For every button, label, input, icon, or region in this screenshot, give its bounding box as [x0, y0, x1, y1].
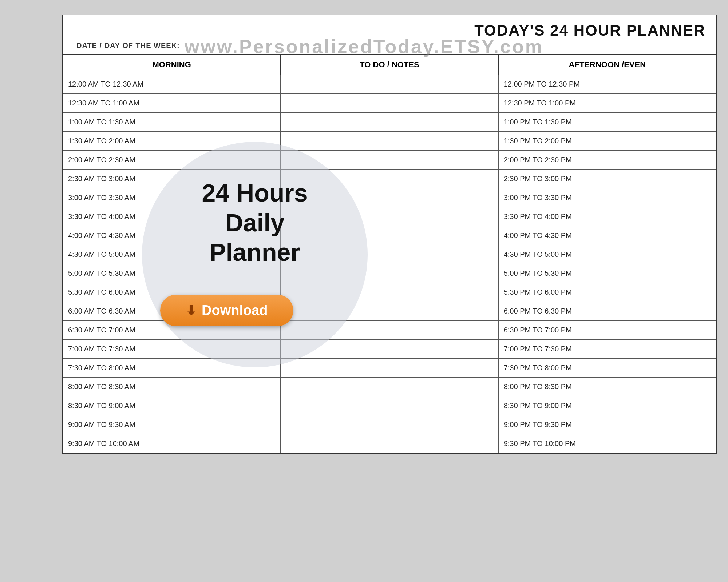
notes-cell[interactable] [281, 94, 498, 113]
table-row: 1:00 AM TO 1:30 AM1:00 PM TO 1:30 PM [63, 113, 716, 132]
afternoon-cell: 7:30 PM TO 8:00 PM [498, 359, 716, 378]
morning-cell: 5:00 AM TO 5:30 AM [63, 264, 281, 283]
notes-cell[interactable] [281, 378, 498, 396]
table-row: 7:30 AM TO 8:00 AM7:30 PM TO 8:00 PM [63, 359, 716, 378]
table-row: 12:30 AM TO 1:00 AM12:30 PM TO 1:00 PM [63, 94, 716, 113]
notes-cell[interactable] [281, 302, 498, 321]
afternoon-cell: 8:30 PM TO 9:00 PM [498, 396, 716, 415]
afternoon-cell: 3:30 PM TO 4:00 PM [498, 207, 716, 226]
date-line: DATE / DAY OF THE WEEK: [74, 41, 705, 50]
page-header: TODAY'S 24 HOUR PLANNER DATE / DAY OF TH… [63, 15, 716, 55]
morning-cell: 12:30 AM TO 1:00 AM [63, 94, 281, 113]
morning-cell: 7:30 AM TO 8:00 AM [63, 359, 281, 378]
notes-cell[interactable] [281, 245, 498, 264]
afternoon-cell: 6:00 PM TO 6:30 PM [498, 302, 716, 321]
morning-cell: 2:00 AM TO 2:30 AM [63, 151, 281, 170]
morning-cell: 1:00 AM TO 1:30 AM [63, 113, 281, 132]
table-row: 8:00 AM TO 8:30 AM8:00 PM TO 8:30 PM [63, 378, 716, 396]
notes-cell[interactable] [281, 283, 498, 302]
morning-cell: 1:30 AM TO 2:00 AM [63, 132, 281, 151]
table-row: 4:00 AM TO 4:30 AM4:00 PM TO 4:30 PM [63, 226, 716, 245]
table-row: 4:30 AM TO 5:00 AM4:30 PM TO 5:00 PM [63, 245, 716, 264]
morning-cell: 3:00 AM TO 3:30 AM [63, 188, 281, 207]
table-row: 5:30 AM TO 6:00 AM5:30 PM TO 6:00 PM [63, 283, 716, 302]
table-row: 2:00 AM TO 2:30 AM2:00 PM TO 2:30 PM [63, 151, 716, 170]
download-label: Download [202, 303, 268, 318]
table-row: 7:00 AM TO 7:30 AM7:00 PM TO 7:30 PM [63, 340, 716, 359]
notes-cell[interactable] [281, 188, 498, 207]
table-row: 6:30 AM TO 7:00 AM6:30 PM TO 7:00 PM [63, 321, 716, 340]
afternoon-cell: 9:00 PM TO 9:30 PM [498, 415, 716, 434]
morning-cell: 12:00 AM TO 12:30 AM [63, 75, 281, 94]
notes-cell[interactable] [281, 340, 498, 359]
notes-cell[interactable] [281, 151, 498, 170]
morning-cell: 4:30 AM TO 5:00 AM [63, 245, 281, 264]
header-afternoon: AFTERNOON /EVEN [498, 55, 716, 75]
afternoon-cell: 5:30 PM TO 6:00 PM [498, 283, 716, 302]
notes-cell[interactable] [281, 75, 498, 94]
notes-cell[interactable] [281, 113, 498, 132]
table-row: 2:30 AM TO 3:00 AM2:30 PM TO 3:00 PM [63, 170, 716, 188]
table-row: 3:30 AM TO 4:00 AM3:30 PM TO 4:00 PM [63, 207, 716, 226]
page-title: TODAY'S 24 HOUR PLANNER [74, 22, 705, 39]
afternoon-cell: 2:00 PM TO 2:30 PM [498, 151, 716, 170]
notes-cell[interactable] [281, 132, 498, 151]
morning-cell: 3:30 AM TO 4:00 AM [63, 207, 281, 226]
afternoon-cell: 12:00 PM TO 12:30 PM [498, 75, 716, 94]
morning-cell: 8:30 AM TO 9:00 AM [63, 396, 281, 415]
morning-cell: 2:30 AM TO 3:00 AM [63, 170, 281, 188]
download-button[interactable]: ⬇ Download [160, 295, 293, 326]
afternoon-cell: 2:30 PM TO 3:00 PM [498, 170, 716, 188]
afternoon-cell: 12:30 PM TO 1:00 PM [498, 94, 716, 113]
afternoon-cell: 7:00 PM TO 7:30 PM [498, 340, 716, 359]
table-row: 9:30 AM TO 10:00 AM9:30 PM TO 10:00 PM [63, 434, 716, 453]
afternoon-cell: 6:30 PM TO 7:00 PM [498, 321, 716, 340]
afternoon-cell: 8:00 PM TO 8:30 PM [498, 378, 716, 396]
notes-cell[interactable] [281, 415, 498, 434]
date-value[interactable] [228, 48, 373, 48]
morning-cell: 4:00 AM TO 4:30 AM [63, 226, 281, 245]
morning-cell: 8:00 AM TO 8:30 AM [63, 378, 281, 396]
notes-cell[interactable] [281, 359, 498, 378]
table-row: 5:00 AM TO 5:30 AM5:00 PM TO 5:30 PM [63, 264, 716, 283]
table-row: 1:30 AM TO 2:00 AM1:30 PM TO 2:00 PM [63, 132, 716, 151]
table-row: 12:00 AM TO 12:30 AM12:00 PM TO 12:30 PM [63, 75, 716, 94]
notes-cell[interactable] [281, 226, 498, 245]
afternoon-cell: 1:00 PM TO 1:30 PM [498, 113, 716, 132]
header-morning: MORNING [63, 55, 281, 75]
afternoon-cell: 1:30 PM TO 2:00 PM [498, 132, 716, 151]
header-notes: TO DO / NOTES [281, 55, 498, 75]
notes-cell[interactable] [281, 321, 498, 340]
afternoon-cell: 5:00 PM TO 5:30 PM [498, 264, 716, 283]
notes-cell[interactable] [281, 396, 498, 415]
table-row: 3:00 AM TO 3:30 AM3:00 PM TO 3:30 PM [63, 188, 716, 207]
notes-cell[interactable] [281, 434, 498, 453]
morning-cell: 9:30 AM TO 10:00 AM [63, 434, 281, 453]
afternoon-cell: 4:30 PM TO 5:00 PM [498, 245, 716, 264]
download-arrow-icon: ⬇ [186, 303, 197, 318]
notes-cell[interactable] [281, 170, 498, 188]
notes-cell[interactable] [281, 207, 498, 226]
date-label: DATE / DAY OF THE WEEK: [76, 41, 222, 50]
notes-cell[interactable] [281, 264, 498, 283]
afternoon-cell: 3:00 PM TO 3:30 PM [498, 188, 716, 207]
table-row: 9:00 AM TO 9:30 AM9:00 PM TO 9:30 PM [63, 415, 716, 434]
planner-table: MORNING TO DO / NOTES AFTERNOON /EVEN 12… [63, 55, 716, 453]
morning-cell: 9:00 AM TO 9:30 AM [63, 415, 281, 434]
table-row: 8:30 AM TO 9:00 AM8:30 PM TO 9:00 PM [63, 396, 716, 415]
afternoon-cell: 9:30 PM TO 10:00 PM [498, 434, 716, 453]
morning-cell: 7:00 AM TO 7:30 AM [63, 340, 281, 359]
afternoon-cell: 4:00 PM TO 4:30 PM [498, 226, 716, 245]
planner-page: TODAY'S 24 HOUR PLANNER DATE / DAY OF TH… [62, 15, 717, 454]
